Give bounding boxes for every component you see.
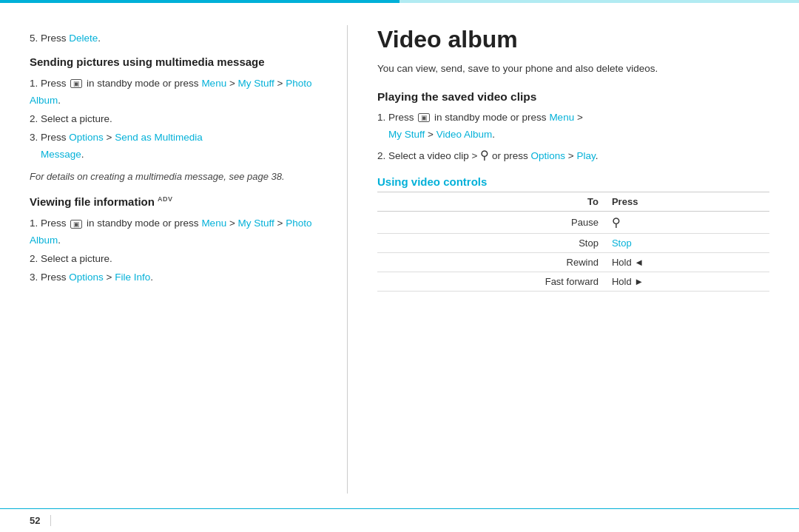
file-heading-text: Viewing file information xyxy=(30,195,155,208)
section-file-heading: Viewing file information ADV xyxy=(30,194,317,209)
menu-link-3[interactable]: Menu xyxy=(549,112,574,123)
page-number: 52 xyxy=(30,515,51,526)
section-playing-video: Playing the saved video clips 1. Press ▣… xyxy=(377,90,769,165)
camera-icon-1: ▣ xyxy=(70,79,82,88)
action-stop: Stop xyxy=(377,234,604,253)
step-2-file: 2. Select a picture. xyxy=(30,251,317,268)
right-column: Video album You can view, send, save to … xyxy=(377,25,769,494)
step-3-send: 3. Press Options > Send as Multimedia Me… xyxy=(30,129,317,164)
press-pause: ⚲ xyxy=(604,212,769,234)
spiral-icon-2: ⚲ xyxy=(612,215,621,229)
message-link[interactable]: Message xyxy=(41,149,81,160)
spiral-icon-1: ⚲ xyxy=(480,145,489,165)
menu-link-2[interactable]: Menu xyxy=(201,218,226,229)
step-2-play: 2. Select a video clip > ⚲ or press Opti… xyxy=(377,145,769,165)
table-row: Stop Stop xyxy=(377,234,769,253)
table-row: Pause ⚲ xyxy=(377,212,769,234)
videoalbum-link[interactable]: Video Album xyxy=(436,129,493,140)
video-controls-section: Using video controls To Press Pause ⚲ xyxy=(377,175,769,292)
menu-link-1[interactable]: Menu xyxy=(201,78,226,89)
table-row: Rewind Hold ◄ xyxy=(377,253,769,272)
step-1-send: 1. Press ▣ in standby mode or press Menu… xyxy=(30,75,317,110)
adv-badge: ADV xyxy=(158,195,173,203)
italic-note: For details on creating a multimedia mes… xyxy=(30,169,317,184)
main-content: 5. Press Delete. Sending pictures using … xyxy=(0,3,799,508)
action-pause: Pause xyxy=(377,212,604,234)
col-header-to: To xyxy=(377,192,604,212)
step-2-send: 2. Select a picture. xyxy=(30,111,317,128)
footer: 52 xyxy=(0,508,799,532)
action-fastforward: Fast forward xyxy=(377,272,604,292)
press-delete-prefix: 5. Press xyxy=(30,33,69,44)
press-rewind: Hold ◄ xyxy=(604,253,769,272)
mystuff-link-2[interactable]: My Stuff xyxy=(238,218,274,229)
press-fastforward: Hold ► xyxy=(604,272,769,292)
section-sending-pictures: Sending pictures using multimedia messag… xyxy=(30,54,317,183)
controls-table: To Press Pause ⚲ Stop Stop xyxy=(377,192,769,292)
intro-text: You can view, send, save to your phone a… xyxy=(377,61,769,77)
playing-heading: Playing the saved video clips xyxy=(377,90,769,104)
page-container: 5. Press Delete. Sending pictures using … xyxy=(0,0,799,532)
video-controls-heading: Using video controls xyxy=(377,175,769,192)
play-link[interactable]: Play xyxy=(576,150,595,161)
page-title: Video album xyxy=(377,25,769,53)
camera-icon-3: ▣ xyxy=(418,113,430,122)
fileinfo-link[interactable]: File Info xyxy=(115,272,150,283)
step-1-play: 1. Press ▣ in standby mode or press Menu… xyxy=(377,110,769,144)
section-viewing-file: Viewing file information ADV 1. Press ▣ … xyxy=(30,194,317,286)
options-link-1[interactable]: Options xyxy=(69,132,104,143)
camera-icon-2: ▣ xyxy=(70,220,82,229)
press-delete-suffix: . xyxy=(98,33,101,44)
press-stop: Stop xyxy=(604,234,769,253)
mystuff-link-3[interactable]: My Stuff xyxy=(388,129,425,140)
stop-label: Stop xyxy=(612,238,632,249)
options-link-2[interactable]: Options xyxy=(69,272,104,283)
mystuff-link-1[interactable]: My Stuff xyxy=(238,78,274,89)
top-accent-left xyxy=(0,0,400,3)
step-3-file: 3. Press Options > File Info. xyxy=(30,269,317,286)
step-1-file: 1. Press ▣ in standby mode or press Menu… xyxy=(30,215,317,249)
left-column: 5. Press Delete. Sending pictures using … xyxy=(30,25,348,494)
send-multimedia-link[interactable]: Send as Multimedia xyxy=(115,132,203,143)
options-link-3[interactable]: Options xyxy=(531,150,566,161)
press-delete-line: 5. Press Delete. xyxy=(30,33,317,44)
top-accent-right xyxy=(400,0,799,3)
delete-link[interactable]: Delete xyxy=(69,33,98,44)
section-sending-heading: Sending pictures using multimedia messag… xyxy=(30,54,317,70)
table-row: Fast forward Hold ► xyxy=(377,272,769,292)
col-header-press: Press xyxy=(604,192,769,212)
action-rewind: Rewind xyxy=(377,253,604,272)
